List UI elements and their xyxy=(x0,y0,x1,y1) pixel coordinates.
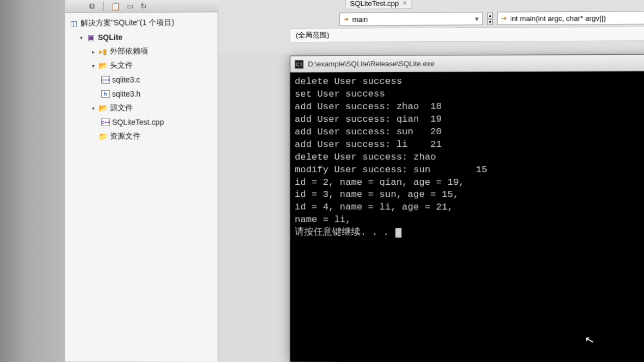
solution-root[interactable]: ◫ 解决方案"SQLite"(1 个项目) xyxy=(65,16,218,30)
scope-bar-label: (全局范围) xyxy=(296,30,330,40)
close-icon[interactable]: ✕ xyxy=(402,0,407,7)
console-line: id = 2, name = qian, age = 19, xyxy=(295,177,465,187)
console-line: modify User success: sun 15 xyxy=(295,164,487,174)
console-line: add User success: qian 19 xyxy=(295,114,442,124)
nav-stepper[interactable]: ▴ ▾ xyxy=(487,12,493,24)
paste-icon[interactable]: 📋 xyxy=(110,1,120,11)
console-line: add User success: sun 20 xyxy=(295,127,442,138)
solution-explorer: ◫ 解决方案"SQLite"(1 个项目) ▾ ▣ SQLite ▸ ▸▮ 外部… xyxy=(65,12,218,361)
console-title: D:\example\SQLite\Release\SQLite.exe xyxy=(308,59,435,68)
chevron-right-icon[interactable]: ▸ xyxy=(89,48,97,55)
function-value: int main(int argc, char* argv[]) xyxy=(510,14,606,22)
function-dropdown[interactable]: ➔ int main(int argc, char* argv[]) xyxy=(497,11,644,25)
project-icon: ▣ xyxy=(86,33,96,42)
scope-value: main xyxy=(352,15,368,23)
resources-label: 资源文件 xyxy=(110,132,140,141)
scope-bar[interactable]: (全局范围) xyxy=(290,27,644,42)
copy-icon[interactable]: ⧉ xyxy=(87,1,97,11)
arrow-icon: ➔ xyxy=(501,15,507,22)
solution-label: 解决方案"SQLite"(1 个项目) xyxy=(81,18,174,28)
console-titlebar[interactable]: C:\ D:\example\SQLite\Release\SQLite.exe xyxy=(290,54,644,72)
desk-background xyxy=(0,0,65,362)
toolbar-separator xyxy=(103,1,104,11)
console-line: id = 4, name = li, age = 21, xyxy=(295,202,453,213)
cpp-file-icon: C++ xyxy=(101,76,110,84)
sources-label: 源文件 xyxy=(110,103,133,113)
expander-empty xyxy=(89,133,97,140)
chevron-down-icon: ▾ xyxy=(475,14,479,22)
headers-node[interactable]: ▾ 📂 头文件 xyxy=(65,58,218,73)
project-node[interactable]: ▾ ▣ SQLite xyxy=(65,30,218,45)
external-deps-label: 外部依赖项 xyxy=(110,46,148,56)
tab-label: SQLiteTest.cpp xyxy=(350,0,399,8)
console-line: add User success: li 21 xyxy=(295,139,442,150)
h-file-icon: h xyxy=(101,90,110,98)
file-node[interactable]: C++ sqlite3.c xyxy=(65,72,218,87)
chevron-down-icon[interactable]: ▾ xyxy=(77,34,85,41)
file-node[interactable]: C++ SQLiteTest.cpp xyxy=(65,115,218,129)
folder-open-icon: 📂 xyxy=(98,61,108,71)
cursor xyxy=(395,228,401,238)
project-label: SQLite xyxy=(98,33,122,42)
stepper-down-icon[interactable]: ▾ xyxy=(487,18,493,24)
file-label: sqlite3.h xyxy=(112,90,140,98)
headers-label: 头文件 xyxy=(110,61,133,71)
chevron-down-icon[interactable]: ▾ xyxy=(89,62,97,70)
chevron-down-icon[interactable]: ▾ xyxy=(89,104,97,112)
console-line: delete User success: zhao xyxy=(295,152,436,162)
file-label: sqlite3.c xyxy=(112,76,140,84)
external-deps-node[interactable]: ▸ ▸▮ 外部依赖项 xyxy=(65,44,218,59)
console-window: C:\ D:\example\SQLite\Release\SQLite.exe… xyxy=(290,54,644,362)
console-icon: C:\ xyxy=(295,60,304,68)
cpp-file-icon: C++ xyxy=(101,118,110,126)
navigation-bar: ➔ main ▾ ▴ ▾ ➔ int main(int argc, char* … xyxy=(339,10,644,27)
file-tab[interactable]: SQLiteTest.cpp ✕ xyxy=(345,0,412,9)
arrow-icon: ➔ xyxy=(343,15,349,23)
folder-icon: 📁 xyxy=(98,132,108,141)
stepper-up-icon[interactable]: ▴ xyxy=(487,12,493,18)
console-output: delete User success set User success add… xyxy=(290,71,644,244)
scope-dropdown[interactable]: ➔ main ▾ xyxy=(339,12,483,26)
ide-window: ⧉ 📋 ▭ ↻ ◫ 解决方案"SQLite"(1 个项目) ▾ ▣ SQLite… xyxy=(65,0,644,362)
sources-node[interactable]: ▾ 📂 源文件 xyxy=(65,101,218,115)
console-line: add User success: zhao 18 xyxy=(295,101,442,112)
editor-header: SQLiteTest.cpp ✕ ➔ main ▾ ▴ ▾ ➔ int main… xyxy=(218,0,644,54)
file-node[interactable]: h sqlite3.h xyxy=(65,86,218,101)
console-line: set User success xyxy=(295,89,385,99)
file-label: SQLiteTest.cpp xyxy=(112,118,164,127)
refresh-icon[interactable]: ↻ xyxy=(139,1,148,11)
folder-icon: ▸▮ xyxy=(98,47,108,57)
windows-icon[interactable]: ▭ xyxy=(125,1,134,11)
solution-icon: ◫ xyxy=(69,18,78,28)
console-line: id = 3, name = sun, age = 15, xyxy=(295,190,459,200)
console-line: name = li, xyxy=(295,215,351,225)
folder-open-icon: 📂 xyxy=(98,103,108,113)
console-line: delete User success xyxy=(295,76,402,87)
console-line: 请按任意键继续. . . xyxy=(295,227,394,238)
resources-node[interactable]: 📁 资源文件 xyxy=(65,129,218,143)
